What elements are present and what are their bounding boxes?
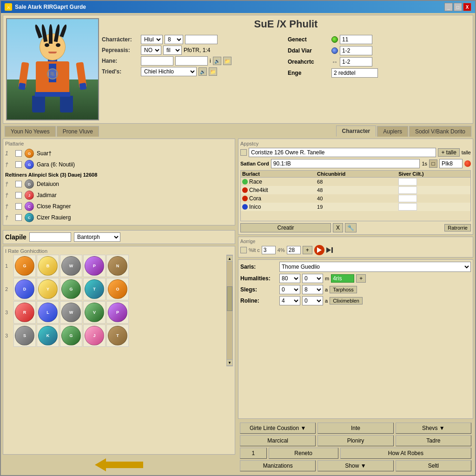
btn-row-1: Girte Linte Coustion ▼ Inte Shevs ▼ [240, 423, 471, 434]
tab-prone-vluve[interactable]: Prone Vluve [57, 126, 99, 137]
grid-cell[interactable]: G [60, 324, 82, 347]
tab-youn-no-yewes[interactable]: Youn No Yewes [5, 126, 56, 137]
oreahcrtc-input[interactable] [340, 57, 372, 66]
play-button[interactable] [314, 245, 324, 255]
grid-cell[interactable]: G [60, 278, 82, 300]
arrow-left-icon[interactable] [95, 458, 106, 471]
roline-btn[interactable]: Cliximeblen [330, 297, 363, 304]
tab-auplers[interactable]: Auplers [377, 126, 408, 137]
grid-cell[interactable]: O [106, 278, 129, 300]
retainer-checkbox-1[interactable] [15, 181, 22, 187]
preperasit-select[interactable]: NO [141, 46, 161, 55]
how-at-robes-button[interactable]: How At Robes [340, 448, 471, 459]
scroll-up-btn[interactable]: ▲ [226, 255, 233, 262]
series-select[interactable]: Thome Guedlio [279, 262, 471, 272]
grid-cell[interactable]: W [60, 301, 82, 324]
grid-cell[interactable]: D [13, 278, 36, 300]
avg-plus-button[interactable]: + [303, 246, 312, 254]
genect-input[interactable] [340, 35, 372, 44]
x-button[interactable]: X [333, 223, 343, 232]
grid-cell[interactable]: T [83, 278, 106, 300]
satlan-cord-input[interactable] [271, 159, 420, 168]
girte-button[interactable]: Girte Linte Coustion ▼ [240, 423, 316, 434]
inte-button[interactable]: Inte [317, 423, 393, 434]
grid-cell[interactable]: T [106, 324, 129, 347]
slegs-select[interactable]: 0 [279, 285, 300, 294]
table-input[interactable] [398, 178, 417, 185]
retainer-checkbox-4[interactable] [15, 214, 22, 221]
retainer-checkbox-3[interactable] [15, 203, 22, 210]
enge-input[interactable] [331, 68, 378, 78]
roline-select2[interactable]: 0 [302, 296, 323, 305]
reneto-button[interactable]: Reneto [269, 448, 338, 459]
hane-icon-btn[interactable]: 🔊 [213, 57, 221, 65]
close-button[interactable]: X [463, 3, 471, 11]
hane-input2[interactable] [175, 56, 208, 66]
grid-cell[interactable]: S [13, 324, 36, 347]
minimize-button[interactable]: _ [444, 3, 453, 11]
plonry-button[interactable]: Ploniry [317, 435, 393, 446]
character-input3[interactable] [185, 35, 218, 44]
avg-input1[interactable] [262, 246, 276, 254]
tab-charracter[interactable]: Charracter [336, 126, 377, 137]
roline-select[interactable]: 4 [279, 296, 300, 305]
grid-cell[interactable]: Y [37, 278, 59, 300]
avg-check[interactable] [240, 247, 247, 253]
compile-input1[interactable] [29, 232, 71, 242]
preperasit-select2[interactable]: fil [163, 46, 182, 55]
satlan-val3-input[interactable] [439, 159, 463, 168]
grid-cell[interactable]: G [13, 255, 36, 277]
character-select2[interactable]: 8 [165, 35, 183, 44]
tadre-button[interactable]: Tadre [396, 435, 471, 446]
grid-cell[interactable]: J [83, 324, 106, 347]
grid-cell[interactable]: V [83, 301, 106, 324]
btn-1[interactable]: 1 [240, 448, 267, 459]
char-checkbox-2[interactable] [15, 161, 22, 168]
tried-icon-btn2[interactable]: 📁 [209, 67, 217, 76]
create-button[interactable]: Creatir [240, 223, 331, 232]
seltl-button[interactable]: Seltl [396, 460, 471, 471]
tried-select[interactable]: Chiel Hichlo [141, 67, 197, 76]
character-select[interactable]: Hlul [141, 35, 163, 44]
humalities-select2[interactable]: 0 [302, 274, 323, 283]
satlan-btn[interactable]: □ [429, 159, 437, 168]
humalities-select[interactable]: 80 [279, 274, 300, 283]
table-input[interactable] [398, 195, 417, 202]
shevs-button[interactable]: Shevs ▼ [396, 423, 471, 434]
skip-button[interactable] [326, 247, 333, 253]
scroll-down-btn[interactable]: ▼ [226, 359, 233, 366]
search-check[interactable] [240, 149, 247, 156]
avg-input2[interactable] [287, 246, 301, 254]
plus-button[interactable]: + talle [438, 148, 459, 157]
marcical-button[interactable]: Marcical [240, 435, 316, 446]
show-button[interactable]: Show ▼ [317, 460, 393, 471]
hane-input1[interactable] [141, 56, 173, 66]
icon-button[interactable]: 🔧 [345, 223, 357, 232]
search-input[interactable] [249, 148, 436, 157]
ddal-viar-input[interactable] [340, 46, 372, 55]
char-checkbox-1[interactable] [15, 150, 22, 157]
grid-cell[interactable]: N [106, 255, 129, 277]
grid-cell[interactable]: P [106, 301, 129, 324]
grid-cell[interactable]: P [83, 255, 106, 277]
retainer-checkbox-2[interactable] [15, 192, 22, 198]
grid-cell[interactable]: K [37, 324, 59, 347]
table-input[interactable] [398, 186, 417, 194]
grid-scrollbar[interactable]: ▲ ▼ [226, 255, 233, 366]
grid-cell[interactable]: B [37, 255, 59, 277]
maximize-button[interactable]: □ [454, 3, 462, 11]
tab-sodol[interactable]: Sodol V/Bank Dorito [409, 126, 471, 137]
ratrorrie-button[interactable]: Ratrorrie [444, 224, 471, 231]
hane-icon-btn2[interactable]: 📁 [223, 57, 231, 65]
table-input[interactable] [398, 203, 417, 211]
humalities-plus-button[interactable]: + [356, 274, 366, 283]
compile-select[interactable]: Bantorph [74, 232, 120, 242]
grid-cell[interactable]: R [13, 301, 36, 324]
manizations-button[interactable]: Manizations [240, 460, 316, 471]
grid-cell[interactable]: W [60, 255, 82, 277]
scroll-thumb[interactable] [227, 286, 232, 311]
grid-cell[interactable]: L [37, 301, 59, 324]
slegs-btn[interactable]: Tarphoss [330, 286, 357, 293]
tried-icon-btn[interactable]: 🔊 [198, 67, 207, 76]
slegs-select2[interactable]: 8 [302, 285, 323, 294]
